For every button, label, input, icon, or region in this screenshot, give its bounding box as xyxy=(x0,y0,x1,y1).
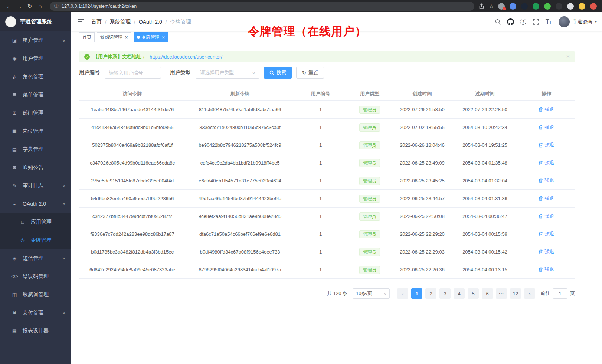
sidebar-item[interactable]: ◭ 角色管理 xyxy=(0,67,71,86)
sidebar-item[interactable]: ◎ 令牌管理 xyxy=(0,231,71,249)
table-row: b0d1785bc3a8482f812db4a3f3bd15ec b0df498… xyxy=(79,243,575,261)
extension-icon[interactable] xyxy=(556,3,562,10)
page-button-12[interactable]: 12 xyxy=(510,288,521,299)
breadcrumb-system[interactable]: 系统管理 xyxy=(110,19,131,25)
sidebar-item[interactable]: ▦ 报表设计器 xyxy=(0,322,71,340)
force-logout-button[interactable]: 强退 xyxy=(539,177,554,184)
sidebar-item[interactable]: </> 错误码管理 xyxy=(0,267,71,285)
force-logout-button[interactable]: 强退 xyxy=(539,266,554,273)
force-logout-label: 强退 xyxy=(544,142,554,148)
force-logout-button[interactable]: 强退 xyxy=(539,195,554,202)
user-id-cell: 1 xyxy=(294,172,347,190)
search-button[interactable]: 搜索 xyxy=(264,67,292,79)
browser-forward-icon[interactable]: → xyxy=(14,1,24,11)
close-icon[interactable]: × xyxy=(125,35,128,40)
extension-icon[interactable] xyxy=(498,3,505,10)
user-id-input[interactable] xyxy=(105,67,161,79)
address-bar[interactable]: ⓘ 127.0.0.1:1024/system/oauth2/token xyxy=(50,2,474,11)
extension-icon[interactable] xyxy=(510,3,516,10)
page-button-6[interactable]: 6 xyxy=(482,288,493,299)
extension-icon[interactable] xyxy=(579,3,585,10)
sidebar-item[interactable]: ◙ 通知公告 xyxy=(0,158,71,176)
sidebar-item[interactable]: ▣ 岗位管理 xyxy=(0,122,71,140)
browser-home-icon[interactable]: ⌂ xyxy=(35,1,45,11)
sidebar-item-label: 令牌管理 xyxy=(31,237,52,244)
breadcrumb-home[interactable]: 首页 xyxy=(91,19,102,25)
force-logout-label: 强退 xyxy=(544,106,554,113)
fullscreen-icon[interactable] xyxy=(530,16,542,27)
extension-icon[interactable] xyxy=(521,3,528,10)
browser-reload-icon[interactable]: ↻ xyxy=(24,1,35,11)
page-size-select[interactable]: 10条/页 ∨ xyxy=(353,288,390,299)
help-icon[interactable]: ? xyxy=(518,16,529,27)
chevron-icon: ∨ xyxy=(62,311,66,315)
user-menu[interactable]: 芋道源码 ▾ xyxy=(559,16,597,27)
breadcrumb-oauth[interactable]: OAuth 2.0 xyxy=(139,19,162,25)
sidebar-item[interactable]: ✎ 审计日志 ∨ xyxy=(0,176,71,195)
user-id-cell: 1 xyxy=(294,101,347,119)
sidebar-collapse-icon[interactable] xyxy=(77,18,85,26)
force-logout-button[interactable]: 强退 xyxy=(539,159,554,166)
prev-page-button[interactable]: ‹ xyxy=(397,288,408,299)
tab-home[interactable]: 首页 xyxy=(79,32,95,42)
more-pages-button[interactable]: ••• xyxy=(496,288,507,299)
share-icon[interactable] xyxy=(479,3,484,9)
sidebar-item[interactable]: ◒ OAuth 2.0 ∧ xyxy=(0,195,71,213)
github-icon[interactable] xyxy=(505,16,516,27)
actions-cell: 强退 xyxy=(518,243,575,261)
force-logout-button[interactable]: 强退 xyxy=(539,124,554,130)
force-logout-button[interactable]: 强退 xyxy=(539,231,554,237)
sidebar-item[interactable]: ¥ 支付管理 ∨ xyxy=(0,304,71,322)
extension-icon[interactable] xyxy=(590,3,597,10)
tab-token-management[interactable]: 令牌管理 × xyxy=(134,32,169,42)
sidebar-item[interactable]: ≣ 菜单管理 xyxy=(0,86,71,104)
actions-cell: 强退 xyxy=(518,101,575,119)
close-icon[interactable]: × xyxy=(162,35,165,40)
table-row: 54d6be82ee5a460a9aedc1f9bf223656 49d1aa4… xyxy=(79,190,575,208)
sidebar-item[interactable]: ◫ 敏感词管理 xyxy=(0,285,71,304)
page-button-5[interactable]: 5 xyxy=(468,288,479,299)
sidebar-item[interactable]: ◈ 短信管理 ∨ xyxy=(0,249,71,267)
force-logout-button[interactable]: 强退 xyxy=(539,213,554,219)
sidebar-item-icon: ◉ xyxy=(11,56,18,61)
page-button-2[interactable]: 2 xyxy=(425,288,436,299)
col-created: 创建时间 xyxy=(392,87,452,101)
force-logout-button[interactable]: 强退 xyxy=(539,142,554,148)
doc-link[interactable]: https://doc.iocoder.cn/user-center/ xyxy=(150,54,222,60)
sidebar-item-label: 应用管理 xyxy=(31,219,52,225)
site-info-icon[interactable]: ⓘ xyxy=(54,3,59,9)
sidebar-item[interactable]: ◪ 租户管理 ∨ xyxy=(0,31,71,49)
user-avatar xyxy=(559,16,570,27)
sidebar-item[interactable]: □ 应用管理 xyxy=(0,213,71,231)
user-type-cell: 管理员 xyxy=(347,119,392,136)
user-id-cell: 1 xyxy=(294,261,347,279)
next-page-button[interactable]: › xyxy=(524,288,535,299)
extension-icon[interactable] xyxy=(567,3,574,10)
sidebar-item-icon: ✎ xyxy=(11,183,18,188)
bookmark-star-icon[interactable]: ☆ xyxy=(489,3,494,9)
goto-page-input[interactable] xyxy=(553,288,567,299)
page-button-3[interactable]: 3 xyxy=(439,288,451,299)
app-logo[interactable]: 芋道管理系统 xyxy=(0,12,71,31)
page-button-4[interactable]: 4 xyxy=(454,288,465,299)
browser-back-icon[interactable]: ← xyxy=(4,1,14,11)
search-icon[interactable] xyxy=(493,16,504,27)
force-logout-button[interactable]: 强退 xyxy=(539,106,554,113)
user-type-cell: 管理员 xyxy=(347,225,392,243)
actions-cell: 强退 xyxy=(518,136,575,154)
extension-icon[interactable] xyxy=(533,3,539,10)
alert-close-icon[interactable]: × xyxy=(566,53,570,60)
sidebar-item[interactable]: ◉ 用户管理 xyxy=(0,49,71,67)
tab-sensitive-words[interactable]: 敏感词管理 × xyxy=(97,32,131,42)
page-button-1[interactable]: 1 xyxy=(411,288,422,299)
sidebar-item[interactable]: ▤ 字典管理 xyxy=(0,140,71,158)
force-logout-button[interactable]: 强退 xyxy=(539,248,554,255)
font-size-icon[interactable]: TT xyxy=(543,16,554,27)
sidebar-item-icon: ▣ xyxy=(11,128,18,134)
sidebar-item[interactable]: ⊞ 部门管理 xyxy=(0,104,71,122)
extension-icon[interactable] xyxy=(544,3,551,10)
trash-icon xyxy=(539,125,543,130)
user-type-select[interactable]: 请选择用户类型 ∨ xyxy=(196,67,259,79)
reset-button[interactable]: ↻ 重置 xyxy=(296,67,324,79)
col-access-token: 访问令牌 xyxy=(79,87,186,101)
